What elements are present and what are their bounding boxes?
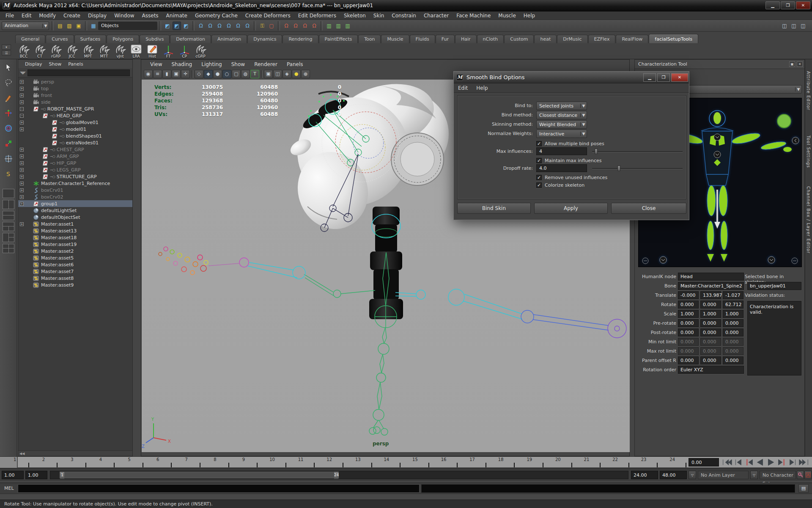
shelf-tab-painteffects[interactable]: PaintEffects (319, 35, 358, 43)
range-end-handle[interactable]: 24 (334, 472, 338, 479)
humanik-value-field[interactable]: 0.000 (678, 356, 699, 364)
outliner-item-LEGS_GRP[interactable]: +─○LEGS_GRP (18, 166, 132, 173)
render-settings-icon[interactable]: ▥ (343, 22, 352, 30)
shelf-tab-animation[interactable]: Animation (211, 35, 247, 43)
outliner-item-boxCrv01[interactable]: +boxCrv01 (18, 187, 132, 193)
shelf-tab-toon[interactable]: Toon (358, 35, 381, 43)
checkbox-box-icon[interactable]: ✓ (536, 182, 542, 188)
checkbox-remove-unused-influences[interactable]: ✓Remove unused influences (536, 174, 607, 181)
save-scene-icon[interactable]: ▣ (74, 22, 83, 30)
checkbox-allow-multiple-bind-poses[interactable]: ✓Allow multiple bind poses (536, 140, 604, 147)
humanik-value-field[interactable]: 1.000 (723, 310, 743, 318)
lights-icon[interactable]: ● (292, 70, 301, 78)
dropoff-rate-slider-handle[interactable] (617, 166, 620, 171)
frame-8[interactable]: 8 (201, 457, 230, 468)
range-slider-bar[interactable]: 1 24 (60, 472, 339, 478)
render-current-frame-icon[interactable]: ▥ (325, 22, 333, 30)
checkbox-box-icon[interactable]: ✓ (536, 141, 542, 146)
mel-label[interactable]: MEL (4, 486, 14, 491)
humanik-value-field[interactable]: 0.000 (700, 319, 721, 327)
close-dialog-button[interactable]: Close (611, 203, 686, 214)
shelf-tab-realflow[interactable]: RealFlow (616, 35, 648, 43)
dialog-minimize-button[interactable]: ▁ (643, 73, 656, 82)
humanik-value-field[interactable]: Head (678, 273, 744, 281)
outliner-item-Master:asset1[interactable]: +Master:asset1 (18, 221, 132, 227)
bounding-box-icon[interactable]: ▢ (232, 70, 241, 78)
shelf-button-CT[interactable]: CT (32, 43, 47, 58)
expand-icon[interactable]: + (20, 202, 24, 206)
shelf-button-cGRP[interactable]: cGRP (193, 43, 208, 58)
dropdown-bind-method[interactable]: Closest distance▼ (536, 111, 587, 119)
shelf-tab-fluids[interactable]: Fluids (410, 35, 435, 43)
selection-mask-dropdown[interactable]: Objects (98, 22, 157, 30)
scale-tool[interactable] (1, 136, 16, 151)
snap-view-plane-icon[interactable]: Ω (234, 22, 242, 30)
frame-20[interactable]: 20 (544, 457, 573, 468)
two-pane-stacked-layout-button[interactable] (3, 211, 14, 220)
frame-12[interactable]: 12 (315, 457, 344, 468)
playback-start-field[interactable]: 1.00 (25, 471, 47, 479)
playback-end-field[interactable]: 24.00 (631, 471, 658, 479)
menu-edit[interactable]: Edit (18, 11, 35, 20)
frame-15[interactable]: 15 (401, 457, 430, 468)
humanik-value-field[interactable]: 0.000 (700, 301, 721, 309)
frame-2[interactable]: 2 (30, 457, 58, 468)
shelf-tab-ezflex[interactable]: EZFlex (588, 35, 616, 43)
side-tab-attribute-editor[interactable]: Attribute Editor (806, 71, 811, 110)
expand-icon[interactable]: + (20, 148, 24, 152)
expand-icon[interactable]: + (20, 168, 24, 172)
isolate-select-icon[interactable]: ▣ (264, 70, 273, 78)
step-forward-frame-icon[interactable] (787, 458, 798, 467)
frame-3[interactable]: 3 (58, 457, 87, 468)
apply-button[interactable]: Apply (534, 203, 608, 214)
shelf-button-Hist[interactable]: Hist (145, 43, 160, 58)
viewport-menu-show[interactable]: Show (227, 61, 250, 67)
shelf-button-LRA[interactable]: LRA (129, 43, 144, 58)
humanik-value-field[interactable]: 133.987 (700, 291, 721, 299)
outliner-item-Master:asset19[interactable]: Master:asset19 (18, 241, 132, 248)
shelf-tab-custom[interactable]: Custom (504, 35, 534, 43)
menu-animate[interactable]: Animate (162, 11, 191, 20)
outliner-item-Master:asset7[interactable]: Master:asset7 (18, 268, 132, 275)
viewport-menu-view[interactable]: View (145, 61, 167, 67)
shelf-button-rGRP[interactable]: rGRP (48, 43, 63, 58)
set-key-icon[interactable] (797, 471, 804, 479)
frame-18[interactable]: 18 (487, 457, 516, 468)
select-hierarchy-icon[interactable]: ◩ (163, 22, 172, 30)
dropoff-rate-field[interactable]: 4.0 (536, 164, 587, 172)
smooth-shaded-icon[interactable]: ● (213, 70, 222, 78)
shelf-tab-muscle[interactable]: Muscle (381, 35, 409, 43)
outliner-item-Master:asset9[interactable]: Master:asset9 (18, 282, 132, 288)
range-slider-track[interactable]: 1 24 (50, 471, 628, 479)
outliner-item-extraNodes01[interactable]: ─○extraNodes01 (18, 139, 132, 146)
outliner-item-CHEST_GRP[interactable]: +─○CHEST_GRP (18, 146, 132, 153)
outliner-item-Master:asset8[interactable]: Master:asset8 (18, 275, 132, 282)
viewport-menu-lighting[interactable]: Lighting (197, 61, 227, 67)
frame-16[interactable]: 16 (430, 457, 458, 468)
smooth-bind-options-dialog[interactable]: M Smooth Bind Options ▁ ❐ ✕ EditHelp Bin… (453, 71, 689, 220)
expand-icon[interactable]: + (20, 161, 24, 165)
characterization-title-bar[interactable]: Characterization Tool ▣ ✕ (635, 60, 804, 69)
humanik-value-field[interactable]: Master:Character1_Spine2 (678, 282, 744, 290)
outliner-hscrollbar[interactable]: ◀◀ (18, 450, 132, 456)
menu-geometry-cache[interactable]: Geometry Cache (191, 11, 241, 20)
viewport-menu-shading[interactable]: Shading (167, 61, 197, 67)
outliner-item-boxCrv02[interactable]: +boxCrv02 (18, 193, 132, 200)
humanik-value-field[interactable]: 0.000 (678, 301, 699, 309)
viewport-menu-panels[interactable]: Panels (282, 61, 308, 67)
bind-skin-button[interactable]: Bind Skin (457, 203, 531, 214)
universal-manipulator-tool[interactable] (1, 152, 16, 166)
frame-22[interactable]: 22 (601, 457, 630, 468)
menu-create[interactable]: Create (60, 11, 84, 20)
new-scene-icon[interactable]: ▤ (56, 22, 64, 30)
animation-end-field[interactable]: 48.00 (660, 471, 687, 479)
humanik-value-field[interactable]: Euler XYZ (678, 366, 744, 374)
shadows-icon[interactable]: ● (301, 70, 310, 78)
default-material-icon[interactable]: ◍ (241, 70, 250, 78)
play-backwards-icon[interactable] (754, 458, 765, 467)
menu-display[interactable]: Display (84, 11, 110, 20)
output-from-selected-icon[interactable]: Ω (291, 22, 300, 30)
frame-23[interactable]: 23 (630, 457, 658, 468)
range-start-handle[interactable]: 1 (60, 472, 64, 479)
anim-layer-chevron-icon[interactable]: ▽ (689, 471, 696, 479)
